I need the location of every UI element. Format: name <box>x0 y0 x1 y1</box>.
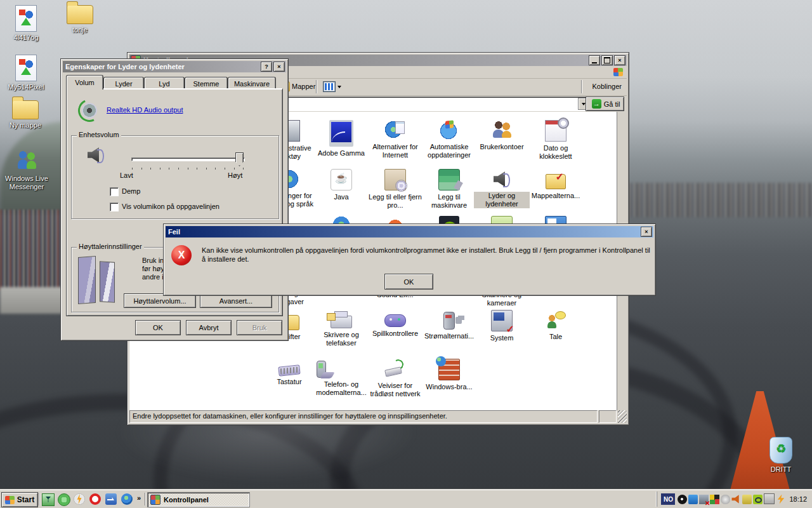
views-button[interactable] <box>321 80 347 93</box>
gamma-icon[interactable] <box>329 120 353 147</box>
quick-launch-overflow[interactable]: » <box>137 494 141 502</box>
tray-print-icon[interactable] <box>742 495 752 504</box>
quick-launch-green-disc-icon[interactable] <box>58 493 70 506</box>
keyboard-icon[interactable] <box>278 364 300 376</box>
apply-button[interactable]: Bruk <box>237 320 282 335</box>
quick-launch-green-tv-icon[interactable] <box>42 493 55 506</box>
mute-label[interactable]: Demp <box>122 187 140 195</box>
cp-item-label[interactable]: Tale <box>548 333 563 341</box>
cp-item-label[interactable]: Legg til maskinvare <box>421 193 477 210</box>
users-icon[interactable] <box>492 120 512 140</box>
cp-item-label[interactable]: Dato og klokkeslett <box>528 144 584 161</box>
mute-checkbox[interactable] <box>110 187 119 196</box>
cp-item-label[interactable]: Legg til eller fjern pro... <box>367 193 423 210</box>
printer-icon[interactable] <box>331 316 352 328</box>
desktop-icon-ny-mappe[interactable]: Ny mappe <box>0 100 52 130</box>
cp-item-label[interactable]: Adobe Gamma <box>317 149 366 157</box>
cp-item-alternativer-for-internett[interactable]: Alternativer for Internett <box>367 120 423 159</box>
cp-item-label[interactable]: Strømalternati... <box>423 332 475 340</box>
resize-grip[interactable] <box>618 410 627 423</box>
tray-mouse-icon[interactable] <box>721 495 730 504</box>
ok-button[interactable]: OK <box>135 320 181 335</box>
close-button[interactable]: × <box>641 227 652 237</box>
cp-item-tale[interactable]: Tale <box>528 310 584 341</box>
tray-vol-icon[interactable] <box>731 495 741 504</box>
cp-item-label[interactable]: Automatiske oppdateringer <box>421 143 477 159</box>
taskbar-clock[interactable]: 18:12 <box>789 495 807 503</box>
desktop-icon-dritt[interactable]: DRITT <box>754 437 808 474</box>
cp-item-dato-og-klokkeslett[interactable]: Dato og klokkeslett <box>528 120 584 161</box>
dialog-titlebar[interactable]: Egenskaper for Lyder og lydenheter ? × <box>63 61 286 72</box>
taskbar-button-kontrollpanel[interactable]: Kontrollpanel <box>147 492 250 507</box>
desktop-icon-tonje[interactable]: tonje <box>53 5 107 34</box>
maximize-button[interactable] <box>601 55 613 65</box>
cp-item-skrivere-og-telefakser[interactable]: Skrivere og telefakser <box>313 310 369 347</box>
cp-item-windows-bra[interactable]: Windows-bra... <box>421 359 477 391</box>
go-button[interactable]: → Gå til <box>586 97 624 111</box>
cp-item-label[interactable]: Tastatur <box>275 378 303 386</box>
desktop-icon-windows-live-messenger[interactable]: Windows Live Messenger <box>0 150 53 191</box>
java-icon[interactable] <box>331 169 352 190</box>
tray-audio-icon[interactable] <box>688 495 698 504</box>
folders-button[interactable]: Mapper <box>292 83 315 90</box>
datetime-icon[interactable] <box>545 120 566 142</box>
desktop-icon-4l417og[interactable]: 4l417og <box>0 5 53 42</box>
wireless-icon[interactable] <box>385 359 405 379</box>
help-button[interactable]: ? <box>261 62 272 72</box>
tab-lyd[interactable]: Lyd <box>144 77 185 90</box>
close-button[interactable]: × <box>273 62 285 72</box>
volume-slider-thumb[interactable] <box>235 152 244 166</box>
sounds-icon[interactable] <box>492 169 512 189</box>
cp-item-label[interactable]: Alternativer for Internett <box>367 143 423 159</box>
cp-item-spillkontrollere[interactable]: Spillkontrollere <box>367 310 423 338</box>
cp-item-automatiske-oppdateringer[interactable]: Automatiske oppdateringer <box>421 120 477 159</box>
tray-winamp-icon[interactable] <box>776 495 785 504</box>
cp-item-legg-til-maskinvare[interactable]: Legg til maskinvare <box>421 169 477 210</box>
phone-icon[interactable] <box>317 361 326 378</box>
minimize-button[interactable] <box>589 55 600 65</box>
firewall-icon[interactable] <box>438 359 460 380</box>
autoupd-icon[interactable] <box>439 120 459 140</box>
cp-item-tastatur[interactable]: Tastatur <box>261 359 317 386</box>
addremove-icon[interactable] <box>384 169 406 190</box>
cp-item-brukerkontoer[interactable]: Brukerkontoer <box>474 120 530 151</box>
cp-item-adobe-gamma[interactable]: Adobe Gamma <box>313 120 369 157</box>
cp-item-str-malternati[interactable]: Strømalternati... <box>421 310 477 340</box>
folderopt-icon[interactable] <box>546 174 566 189</box>
cp-item-lyder-og-lydenheter[interactable]: Lyder og lydenheter <box>474 169 530 208</box>
power-icon[interactable] <box>443 312 455 330</box>
cp-item-label[interactable]: Windows-bra... <box>424 383 473 391</box>
tab-lyder[interactable]: Lyder <box>103 77 144 90</box>
tray-net-icon[interactable] <box>699 495 709 504</box>
tab-maskinvare[interactable]: Maskinvare <box>228 77 276 90</box>
speech-icon[interactable] <box>546 310 566 330</box>
language-indicator[interactable]: NO <box>661 493 675 505</box>
quick-launch-globe-icon[interactable] <box>121 493 133 505</box>
inet-icon[interactable] <box>385 120 405 140</box>
cp-item-label[interactable]: Brukerkontoer <box>478 143 525 151</box>
cp-item-label[interactable]: Mappealterna... <box>530 192 581 200</box>
tab-stemme[interactable]: Stemme <box>185 77 228 90</box>
desktop-icon-my514pixel[interactable]: My514Pixel <box>0 55 53 91</box>
tray-display-icon[interactable] <box>764 493 775 504</box>
cp-item-system[interactable]: System <box>474 310 530 342</box>
taskbar-icon-label[interactable]: Vis volumikon på oppgavelinjen <box>122 203 219 210</box>
cp-item-legg-til-eller-fjern-pro[interactable]: Legg til eller fjern pro... <box>367 169 423 210</box>
tray-steam-icon[interactable] <box>678 495 687 504</box>
tray-colors-icon[interactable] <box>710 495 719 504</box>
start-button[interactable]: Start <box>1 492 38 507</box>
quick-launch-explorer-icon[interactable] <box>105 493 117 505</box>
cp-item-label[interactable]: Skrivere og telefakser <box>313 331 369 347</box>
system-icon[interactable] <box>491 310 513 331</box>
tab-volum[interactable]: Volum <box>66 75 103 90</box>
taskbar-icon-checkbox[interactable] <box>110 203 119 211</box>
cp-item-label[interactable]: Veiviser for trådløst nettverk <box>367 382 423 398</box>
cp-item-veiviser-for-tr-dl-st-nettverk[interactable]: Veiviser for trådløst nettverk <box>367 359 423 398</box>
cp-item-label[interactable]: Java <box>332 193 350 201</box>
tray-nvidia-icon[interactable] <box>753 495 763 504</box>
audio-device-link[interactable]: Realtek HD Audio output <box>107 106 183 114</box>
error-dialog-titlebar[interactable]: Feil × <box>166 226 653 237</box>
cp-item-label[interactable]: Lyder og lydenheter <box>474 192 530 208</box>
volume-slider-track[interactable] <box>131 157 245 161</box>
quick-launch-winamp-icon[interactable] <box>74 493 85 505</box>
